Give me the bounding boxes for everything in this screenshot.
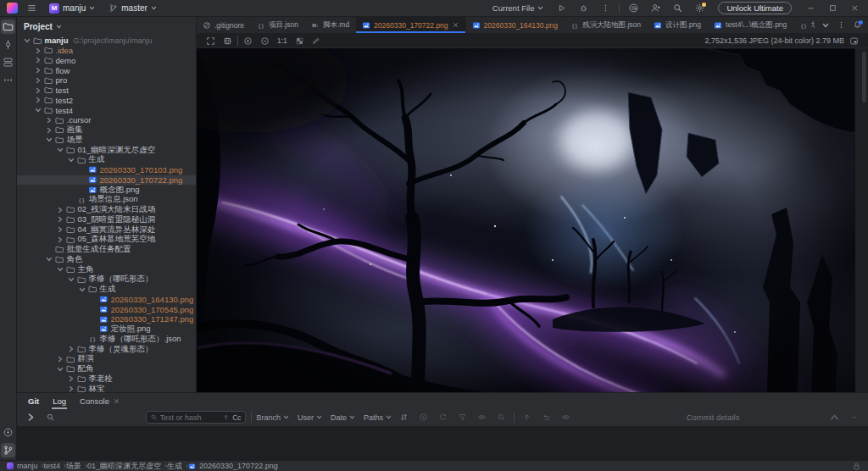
editor-tab[interactable]: .gitignore (197, 17, 251, 33)
refresh-log-button[interactable] (436, 411, 450, 424)
expand-chevron-icon[interactable] (57, 226, 64, 233)
tree-row[interactable]: .cursor (17, 115, 196, 125)
expand-chevron-icon[interactable] (57, 366, 64, 373)
search-history-icon[interactable] (222, 413, 230, 421)
expand-chevron-icon[interactable] (57, 207, 64, 213)
breadcrumb-item[interactable]: manju › (7, 462, 44, 470)
main-menu-button[interactable] (23, 1, 40, 16)
close-tab-icon[interactable] (452, 21, 459, 29)
search-everywhere-button[interactable] (669, 1, 686, 16)
hidden-tabs-button[interactable] (818, 19, 832, 31)
git-tool-button[interactable] (1, 443, 15, 457)
pipette-button[interactable] (309, 35, 324, 47)
expand-chevron-icon[interactable] (46, 136, 53, 143)
tree-row[interactable]: flow (17, 65, 196, 75)
tree-row[interactable]: test4 (17, 105, 196, 115)
expand-chevron-icon[interactable] (35, 77, 42, 84)
branch-selector[interactable]: master (104, 3, 161, 14)
expand-chevron-icon[interactable] (57, 356, 64, 363)
expand-chevron-icon[interactable] (46, 127, 53, 134)
expand-chevron-icon[interactable] (68, 346, 75, 352)
settings-button[interactable] (691, 1, 708, 16)
expand-chevron-icon[interactable] (68, 375, 75, 382)
panel-tab[interactable]: Log (47, 393, 72, 409)
tree-row[interactable]: 概念图.png (17, 185, 196, 195)
rollback-button[interactable] (539, 411, 554, 424)
preview-diff-button[interactable] (475, 411, 489, 424)
tree-row[interactable]: 01_幽暗深渊无尽虚空 (17, 145, 196, 155)
tree-row[interactable]: .idea (17, 46, 196, 56)
log-filter-dropdown[interactable]: Branch (257, 413, 290, 422)
expand-chevron-icon[interactable] (79, 335, 86, 342)
tree-row[interactable]: 20260330_170545.png (17, 304, 196, 314)
more-actions-button[interactable] (597, 1, 614, 16)
tree-row[interactable]: 配角 (17, 364, 196, 374)
expand-chevron-icon[interactable] (57, 147, 64, 153)
problems-tool-button[interactable] (1, 425, 15, 440)
expand-chevron-icon[interactable] (46, 247, 53, 253)
editor-scrollbar[interactable] (860, 48, 868, 392)
actual-size-button[interactable]: 1:1 (275, 36, 290, 45)
log-search-button[interactable] (43, 411, 58, 424)
editor-tab[interactable]: 20260330_164130.png (466, 17, 565, 33)
expand-chevron-icon[interactable] (79, 176, 86, 183)
close-window-button[interactable] (846, 1, 863, 16)
notifications-button[interactable] (850, 19, 865, 31)
more-tools-button[interactable] (1, 73, 15, 87)
expand-chevron-icon[interactable] (57, 266, 64, 273)
tree-row[interactable]: 角色 (17, 255, 196, 265)
log-filter-dropdown[interactable]: User (298, 413, 322, 422)
commit-search-field[interactable]: Cc (146, 411, 246, 424)
tree-row[interactable]: 05_森林墓地荒芜空地 (17, 235, 196, 245)
tree-row[interactable]: 主角 (17, 264, 196, 274)
expand-chevron-icon[interactable] (35, 47, 42, 54)
panel-tab[interactable]: Console (74, 393, 126, 409)
unlock-ultimate-button[interactable]: Unlock Ultimate (718, 2, 792, 14)
image-canvas[interactable] (197, 48, 868, 392)
tree-row[interactable]: 02_残演大陆末日战场 (17, 205, 196, 215)
expand-chevron-icon[interactable] (90, 316, 97, 323)
tree-row[interactable]: 20260330_164130.png (17, 295, 196, 305)
run-button[interactable] (553, 1, 570, 16)
breadcrumb-item[interactable]: 01_幽暗深渊无尽虚空 › (87, 461, 167, 471)
hide-panel-button[interactable] (847, 411, 861, 424)
tree-row[interactable]: manju G:\project\manju\manju (17, 36, 196, 46)
commit-tool-button[interactable] (1, 37, 15, 52)
tree-row[interactable]: 群演 (17, 354, 196, 364)
expand-chevron-icon[interactable] (68, 197, 75, 203)
expand-chevron-icon[interactable] (79, 286, 86, 293)
tree-row[interactable]: 03_阴暗蜇盟隐秘山洞 (17, 215, 196, 225)
project-panel-header[interactable]: Project (17, 17, 196, 36)
log-filter-dropdown[interactable]: Date (331, 413, 355, 422)
tree-row[interactable]: demo (17, 56, 196, 66)
project-tool-button[interactable] (1, 19, 15, 34)
expand-chevron-icon[interactable] (35, 97, 42, 103)
minimize-button[interactable] (802, 1, 819, 16)
tree-row[interactable]: 林宝 (17, 384, 196, 392)
log-filter-dropdown[interactable]: Paths (364, 413, 392, 422)
tree-row[interactable]: 画集 (17, 125, 196, 136)
commit-search-input[interactable] (160, 413, 220, 422)
expand-chevron-icon[interactable] (57, 216, 64, 223)
expand-chevron-icon[interactable] (68, 157, 75, 163)
panel-tab[interactable]: Git (22, 393, 45, 409)
tree-row[interactable]: 场景信息.json (17, 195, 196, 205)
tree-row[interactable]: 04_幽冥流异丛林深处 (17, 224, 196, 235)
editor-tab[interactable]: test4\...\概念图.png (708, 17, 793, 33)
expand-chevron-icon[interactable] (46, 256, 53, 263)
project-selector[interactable]: M manju (45, 3, 99, 14)
filter-paths-button[interactable] (455, 411, 470, 424)
tree-row[interactable]: 20260330_170722.png (17, 175, 196, 186)
breadcrumb-item[interactable]: test4 › (44, 462, 67, 470)
tree-row[interactable]: 批量生成任务配置 (17, 245, 196, 255)
tree-row[interactable]: 生成 (17, 285, 196, 295)
collapse-graph-button[interactable] (24, 411, 38, 424)
editor-tab[interactable]: 20260330_170722.png (356, 17, 465, 33)
checkerboard-button[interactable] (292, 35, 307, 47)
editor-tab[interactable]: 残演大陆地图.json (565, 17, 648, 33)
sort-commits-button[interactable] (397, 411, 411, 424)
ai-assistant-button[interactable] (625, 1, 642, 16)
tree-row[interactable]: 20260330_170103.png (17, 165, 196, 175)
expand-chevron-icon[interactable] (35, 57, 42, 64)
match-case-toggle[interactable]: Cc (232, 413, 241, 422)
